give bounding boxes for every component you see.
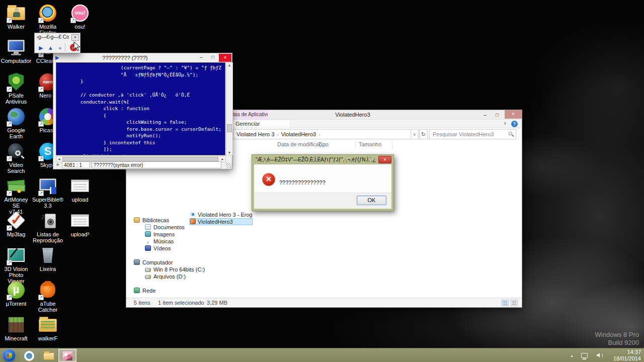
scroll-down-icon[interactable]: ▼	[226, 151, 232, 154]
scroll-up-icon[interactable]: ▲	[226, 63, 232, 67]
desktop-icon[interactable]: ↗aTube Catcher	[32, 281, 64, 313]
error-dialog-body: ✕ ??????????????? ???????(syntax error) …	[254, 164, 391, 209]
minimize-button[interactable]: –	[479, 111, 491, 119]
script-titlebar[interactable]: ▶ ????????? (????) – □ ×	[53, 53, 232, 63]
breadcrumb-separator-icon: ›	[316, 132, 323, 137]
desktop-icon[interactable]: ↗PSafe Antivirus	[0, 73, 32, 105]
breadcrumb-part1[interactable]: Violated Hero 3	[236, 131, 275, 137]
desktop-icon[interactable]: Lixeira	[32, 246, 64, 272]
scrollbar-thumb[interactable]	[62, 157, 218, 161]
taskbar-clock[interactable]: 14:37 18/01/2014	[606, 349, 641, 362]
close-button[interactable]: ×	[71, 34, 79, 41]
app-tools-contextual-tab[interactable]: ntas de Aplicativo	[229, 110, 268, 120]
maximize-button[interactable]: □	[207, 53, 218, 61]
code-editor[interactable]: (currentPage ? "—" : "¥") + "ƒ ƒbƒZ [ƒWƒ…	[56, 62, 225, 155]
help-icon[interactable]: ?	[511, 121, 518, 127]
sidebar-item[interactable]: Computador	[134, 259, 234, 266]
desktop-icon[interactable]: ↗Mozilla Firefox	[32, 4, 64, 36]
game-icon	[190, 219, 196, 224]
speaker-icon[interactable]	[597, 353, 600, 357]
breadcrumb-part2[interactable]: ViolatedHero3	[281, 131, 316, 137]
scroll-left-icon[interactable]: ◄	[57, 157, 61, 161]
start-button[interactable]	[3, 349, 16, 362]
run-icon[interactable]: ▶	[37, 43, 45, 52]
status-message: ???????(syntax error)	[92, 161, 221, 168]
desktop-icon[interactable]: ↗3D Vision Photo Viewer	[0, 246, 32, 284]
file-row[interactable]: ViolatedHero3	[189, 218, 253, 225]
refresh-icon[interactable]: ↻	[419, 129, 428, 139]
desktop-icon[interactable]: ♪Listas de Reprodução	[32, 212, 64, 243]
scrollbar-thumb[interactable]	[227, 124, 232, 132]
console-window-title: ‹g—€‹g—€ Co...	[37, 34, 69, 40]
scroll-right-icon[interactable]: ►	[221, 157, 224, 161]
search-input[interactable]: Pesquisar ViolatedHero3	[429, 129, 516, 139]
sidebar-item[interactable]: Imagens	[145, 231, 246, 238]
desktop-icon[interactable]: upload²	[64, 212, 96, 237]
desktop-icon[interactable]: ✓↗Mp3tag	[0, 212, 32, 237]
ribbon-tab-gerenciar[interactable]: Gerenciar	[232, 120, 290, 128]
desktop-icon-label: µTorrent	[0, 301, 32, 307]
images-icon	[145, 231, 151, 237]
address-dropdown-icon[interactable]: ∨	[411, 129, 419, 139]
desktop-icon[interactable]: walkerF	[32, 316, 64, 341]
desktop-icon-label: osu!	[64, 24, 96, 30]
sidebar-item[interactable]: Vídeos	[145, 245, 246, 252]
vertical-scrollbar[interactable]: ▲ ▼	[226, 62, 233, 155]
taskbar-app-explorer[interactable]	[39, 349, 57, 362]
chrome-icon	[24, 351, 34, 361]
minimize-button[interactable]: –	[196, 53, 207, 61]
sidebar-item[interactable]: Rede	[134, 288, 234, 295]
ok-button[interactable]: OK	[357, 196, 386, 205]
windows-watermark: Windows 8 Pro Build 9200	[595, 331, 639, 347]
breadcrumb[interactable]: Violated Hero 3›ViolatedHero3›	[233, 129, 411, 139]
desktop-icon[interactable]: µ↗µTorrent	[0, 281, 32, 307]
desktop-icon[interactable]: Computador	[0, 38, 32, 64]
desktop-icon[interactable]: upload	[64, 177, 96, 203]
details-view-icon[interactable]	[502, 300, 509, 306]
explorer-window-title: ViolatedHero3	[292, 112, 413, 118]
trace-icon[interactable]: »	[56, 43, 64, 52]
desktop-icon[interactable]: Minecraft	[0, 316, 32, 341]
sidebar-item-label: Win 8 Pro 64bits (C:)	[153, 266, 205, 273]
hidden-icons-icon[interactable]: ▲	[570, 354, 574, 357]
clock-time: 14:37	[606, 349, 641, 355]
search-icon[interactable]	[509, 132, 512, 135]
close-button[interactable]: ×	[378, 156, 391, 163]
desktop-icon[interactable]: ↗Google Earth	[0, 108, 32, 139]
taskbar-app-chrome[interactable]	[20, 349, 38, 362]
shortcut-arrow-icon: ↗	[38, 191, 44, 196]
walkerf-icon	[38, 316, 58, 334]
sidebar-item-label: Bibliotecas	[142, 217, 169, 223]
file-row[interactable]: Violated Hero 3 - ErogeGames.c	[189, 211, 253, 218]
thumbnails-view-icon[interactable]	[511, 300, 518, 306]
maximize-button[interactable]: □	[492, 111, 503, 119]
chevron-down-icon[interactable]: ∨	[503, 121, 507, 126]
taskbar-app-game[interactable]	[58, 349, 76, 362]
code-text: (currentPage ? "—" : "¥") + "ƒ ƒbƒZ [ƒWƒ…	[56, 63, 225, 155]
column-header-type[interactable]: Tipo	[318, 141, 329, 147]
shortcut-arrow-icon: ↗	[7, 86, 12, 92]
sidebar-item[interactable]: Documentos	[145, 224, 246, 231]
error-message-line1: ???????????????	[279, 179, 334, 186]
shortcut-arrow-icon: ↗	[7, 191, 12, 196]
libraries-icon	[134, 217, 140, 223]
minecraft-icon	[6, 316, 26, 334]
sidebar-item[interactable]: Arquivos (D:)	[145, 274, 246, 281]
shot-icon	[70, 177, 90, 195]
column-header-size[interactable]: Tamanho	[359, 141, 381, 147]
sidebar-item[interactable]: Win 8 Pro 64bits (C:)	[145, 266, 246, 274]
desktop-icon[interactable]: ↗ArtMoney SE v7.41	[0, 177, 32, 215]
step-icon[interactable]: ▲	[46, 43, 55, 52]
desktop-icon[interactable]: osu!↗osu!	[64, 4, 96, 30]
drive-icon	[145, 268, 151, 272]
close-button[interactable]: ×	[505, 110, 522, 119]
close-button[interactable]: ×	[219, 54, 231, 62]
shortcut-arrow-icon: ↗	[7, 225, 12, 231]
desktop-icon[interactable]: ↗Video Search	[0, 142, 32, 174]
network-icon[interactable]	[581, 353, 588, 358]
desktop-icon[interactable]: ↗Walker	[0, 4, 32, 30]
desktop-icon[interactable]: ↗SuperBible® 3.3	[32, 177, 64, 209]
artmoney-icon: ↗	[6, 177, 26, 195]
resize-grip[interactable]	[226, 163, 231, 168]
sidebar-item[interactable]: ♪Músicas	[145, 238, 246, 245]
